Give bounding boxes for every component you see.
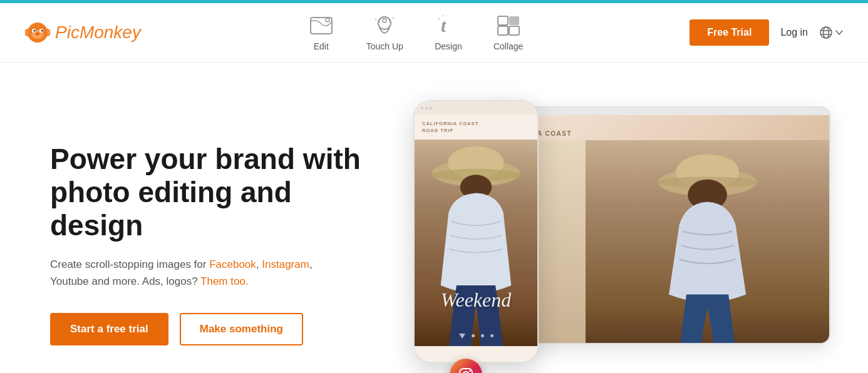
language-selector[interactable] xyxy=(819,26,843,39)
laptop-person-silhouette xyxy=(586,140,829,344)
hero-ig-link[interactable]: Instagram xyxy=(262,258,309,270)
login-button[interactable]: Log in xyxy=(780,27,808,38)
instagram-icon xyxy=(457,366,475,373)
logo-link[interactable]: PicMonkey xyxy=(25,20,141,45)
nav-collage-label: Collage xyxy=(493,41,523,51)
hero-content: Power your brand with photo editing and … xyxy=(50,143,376,345)
nav-item-touchup[interactable]: Touch Up xyxy=(366,14,403,51)
svg-point-14 xyxy=(326,18,329,22)
hero-images: CALIFORNIA COASTROAD TRIP xyxy=(376,88,843,373)
svg-text:t: t xyxy=(441,15,447,36)
phone-person-silhouette xyxy=(415,140,537,346)
phone-script-text: Weekend xyxy=(415,289,537,312)
start-free-trial-button[interactable]: Start a free trial xyxy=(50,313,168,345)
nav-design-label: Design xyxy=(435,41,462,51)
phone-status-bar xyxy=(415,101,537,115)
edit-icon xyxy=(307,14,335,38)
header-actions: Free Trial Log in xyxy=(690,19,843,46)
laptop-photo-area xyxy=(586,140,829,344)
main-nav: Edit Touch Up xyxy=(307,14,524,51)
svg-point-11 xyxy=(36,34,38,35)
phone-image-text: CALIFORNIA COASTROAD TRIP xyxy=(415,115,537,140)
phone-mockup: CALIFORNIA COASTROAD TRIP xyxy=(413,100,539,363)
nav-item-design[interactable]: t Design xyxy=(435,14,462,51)
svg-point-36 xyxy=(469,370,471,372)
svg-rect-19 xyxy=(509,16,519,25)
svg-point-8 xyxy=(34,30,36,32)
hero-title: Power your brand with photo editing and … xyxy=(50,143,376,242)
globe-icon xyxy=(819,26,833,39)
touchup-icon xyxy=(371,14,398,38)
hero-fb-link[interactable]: Facebook xyxy=(209,258,256,270)
svg-rect-13 xyxy=(311,18,332,34)
collage-icon xyxy=(495,14,522,38)
svg-point-12 xyxy=(38,34,39,35)
hero-cta-group: Start a free trial Make something xyxy=(50,313,376,345)
hero-description: Create scroll-stopping images for Facebo… xyxy=(50,256,326,290)
svg-point-22 xyxy=(820,27,832,38)
hero-section: Power your brand with photo editing and … xyxy=(0,63,868,373)
nav-touchup-label: Touch Up xyxy=(366,41,403,51)
nav-edit-label: Edit xyxy=(314,41,329,51)
svg-rect-21 xyxy=(509,26,519,35)
site-header: PicMonkey Edit xyxy=(0,3,868,63)
hero-themtoo-link[interactable]: Them too. xyxy=(200,275,249,287)
nav-item-collage[interactable]: Collage xyxy=(493,14,523,51)
phone-photo-area: Weekend xyxy=(415,140,537,346)
svg-point-9 xyxy=(41,30,43,32)
phone-bottom-indicators xyxy=(415,334,537,339)
make-something-button[interactable]: Make something xyxy=(180,313,303,345)
svg-rect-20 xyxy=(498,26,508,35)
phone-screen: CALIFORNIA COASTROAD TRIP xyxy=(415,101,537,362)
svg-point-16 xyxy=(383,19,386,23)
nav-item-edit[interactable]: Edit xyxy=(307,14,335,51)
svg-rect-18 xyxy=(498,16,508,25)
design-icon: t xyxy=(435,14,462,38)
logo-icon xyxy=(25,20,50,45)
logo-text: PicMonkey xyxy=(55,23,141,43)
free-trial-button[interactable]: Free Trial xyxy=(690,19,769,46)
chevron-down-icon xyxy=(835,30,843,35)
svg-point-23 xyxy=(823,27,829,38)
